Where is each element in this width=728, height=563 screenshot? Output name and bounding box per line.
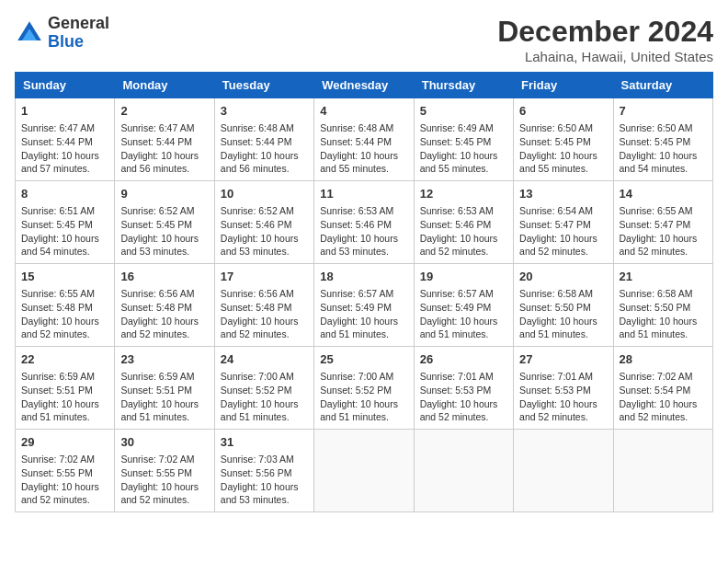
day-info: Sunrise: 6:50 AM Sunset: 5:45 PM Dayligh… xyxy=(620,121,707,176)
day-number: 3 xyxy=(221,103,308,120)
calendar-cell: 27Sunrise: 7:01 AM Sunset: 5:53 PM Dayli… xyxy=(514,347,613,430)
day-number: 11 xyxy=(320,186,407,202)
calendar-cell: 17Sunrise: 6:56 AM Sunset: 5:48 PM Dayli… xyxy=(214,264,313,347)
day-info: Sunrise: 6:56 AM Sunset: 5:48 PM Dayligh… xyxy=(120,287,208,341)
weekday-header: Friday xyxy=(514,73,613,98)
day-number: 1 xyxy=(21,103,108,120)
day-info: Sunrise: 6:58 AM Sunset: 5:50 PM Dayligh… xyxy=(519,287,607,341)
week-row: 1Sunrise: 6:47 AM Sunset: 5:44 PM Daylig… xyxy=(16,98,713,181)
calendar-cell: 23Sunrise: 6:59 AM Sunset: 5:51 PM Dayli… xyxy=(115,347,214,430)
day-info: Sunrise: 7:02 AM Sunset: 5:54 PM Dayligh… xyxy=(620,370,707,424)
day-info: Sunrise: 6:55 AM Sunset: 5:47 PM Dayligh… xyxy=(620,204,707,259)
day-number: 31 xyxy=(221,434,308,451)
day-number: 9 xyxy=(120,186,208,202)
day-info: Sunrise: 7:02 AM Sunset: 5:55 PM Dayligh… xyxy=(120,453,208,507)
day-number: 28 xyxy=(620,351,707,368)
calendar-cell: 2Sunrise: 6:47 AM Sunset: 5:44 PM Daylig… xyxy=(115,98,214,181)
day-info: Sunrise: 6:48 AM Sunset: 5:44 PM Dayligh… xyxy=(221,121,308,176)
calendar-cell: 9Sunrise: 6:52 AM Sunset: 5:45 PM Daylig… xyxy=(115,181,214,264)
day-info: Sunrise: 6:48 AM Sunset: 5:44 PM Dayligh… xyxy=(320,121,407,176)
day-info: Sunrise: 7:00 AM Sunset: 5:52 PM Dayligh… xyxy=(221,370,308,424)
calendar-cell: 14Sunrise: 6:55 AM Sunset: 5:47 PM Dayli… xyxy=(613,181,712,264)
day-number: 7 xyxy=(620,103,707,120)
day-info: Sunrise: 6:49 AM Sunset: 5:45 PM Dayligh… xyxy=(420,121,507,176)
calendar-header: SundayMondayTuesdayWednesdayThursdayFrid… xyxy=(16,73,713,98)
day-info: Sunrise: 6:57 AM Sunset: 5:49 PM Dayligh… xyxy=(420,287,507,341)
day-number: 6 xyxy=(519,103,607,120)
calendar-cell: 5Sunrise: 6:49 AM Sunset: 5:45 PM Daylig… xyxy=(414,98,513,181)
calendar-cell: 25Sunrise: 7:00 AM Sunset: 5:52 PM Dayli… xyxy=(314,347,414,430)
month-title: December 2024 xyxy=(497,15,713,49)
logo-icon xyxy=(15,18,44,48)
day-info: Sunrise: 6:52 AM Sunset: 5:45 PM Dayligh… xyxy=(120,204,208,259)
weekday-header: Thursday xyxy=(414,73,513,98)
day-number: 23 xyxy=(120,351,208,368)
calendar-cell: 26Sunrise: 7:01 AM Sunset: 5:53 PM Dayli… xyxy=(414,347,513,430)
calendar-cell: 13Sunrise: 6:54 AM Sunset: 5:47 PM Dayli… xyxy=(514,181,613,264)
location: Lahaina, Hawaii, United States xyxy=(497,49,713,64)
day-info: Sunrise: 6:59 AM Sunset: 5:51 PM Dayligh… xyxy=(120,370,208,424)
day-info: Sunrise: 7:02 AM Sunset: 5:55 PM Dayligh… xyxy=(21,453,108,507)
calendar-cell: 16Sunrise: 6:56 AM Sunset: 5:48 PM Dayli… xyxy=(115,264,214,347)
calendar-cell: 29Sunrise: 7:02 AM Sunset: 5:55 PM Dayli… xyxy=(16,430,115,512)
day-number: 2 xyxy=(120,103,208,120)
calendar-table: SundayMondayTuesdayWednesdayThursdayFrid… xyxy=(15,72,713,512)
calendar-cell: 19Sunrise: 6:57 AM Sunset: 5:49 PM Dayli… xyxy=(414,264,513,347)
weekday-header-row: SundayMondayTuesdayWednesdayThursdayFrid… xyxy=(16,73,713,98)
day-info: Sunrise: 7:01 AM Sunset: 5:53 PM Dayligh… xyxy=(519,370,607,424)
day-info: Sunrise: 7:01 AM Sunset: 5:53 PM Dayligh… xyxy=(420,370,507,424)
calendar-cell: 24Sunrise: 7:00 AM Sunset: 5:52 PM Dayli… xyxy=(214,347,313,430)
day-number: 15 xyxy=(21,269,108,285)
day-number: 16 xyxy=(120,269,208,285)
day-number: 21 xyxy=(620,269,707,285)
day-info: Sunrise: 7:03 AM Sunset: 5:56 PM Dayligh… xyxy=(221,453,308,507)
calendar-cell: 4Sunrise: 6:48 AM Sunset: 5:44 PM Daylig… xyxy=(314,98,414,181)
week-row: 29Sunrise: 7:02 AM Sunset: 5:55 PM Dayli… xyxy=(16,430,713,512)
logo: General Blue xyxy=(15,15,109,52)
day-number: 8 xyxy=(21,186,108,202)
day-number: 4 xyxy=(320,103,407,120)
weekday-header: Tuesday xyxy=(214,73,313,98)
day-info: Sunrise: 6:59 AM Sunset: 5:51 PM Dayligh… xyxy=(21,370,108,424)
calendar-cell: 15Sunrise: 6:55 AM Sunset: 5:48 PM Dayli… xyxy=(16,264,115,347)
calendar-cell: 18Sunrise: 6:57 AM Sunset: 5:49 PM Dayli… xyxy=(314,264,414,347)
day-number: 18 xyxy=(320,269,407,285)
day-number: 27 xyxy=(519,351,607,368)
logo-text: General Blue xyxy=(48,15,109,52)
day-number: 30 xyxy=(120,434,208,451)
day-info: Sunrise: 6:56 AM Sunset: 5:48 PM Dayligh… xyxy=(221,287,308,341)
day-number: 13 xyxy=(519,186,607,202)
weekday-header: Monday xyxy=(115,73,214,98)
calendar-cell: 8Sunrise: 6:51 AM Sunset: 5:45 PM Daylig… xyxy=(16,181,115,264)
weekday-header: Wednesday xyxy=(314,73,414,98)
day-info: Sunrise: 6:53 AM Sunset: 5:46 PM Dayligh… xyxy=(420,204,507,259)
page-header: General Blue December 2024 Lahaina, Hawa… xyxy=(15,15,713,64)
calendar-cell: 31Sunrise: 7:03 AM Sunset: 5:56 PM Dayli… xyxy=(214,430,313,512)
calendar-cell: 10Sunrise: 6:52 AM Sunset: 5:46 PM Dayli… xyxy=(214,181,313,264)
calendar-cell: 6Sunrise: 6:50 AM Sunset: 5:45 PM Daylig… xyxy=(514,98,613,181)
calendar-cell: 3Sunrise: 6:48 AM Sunset: 5:44 PM Daylig… xyxy=(214,98,313,181)
calendar-cell xyxy=(613,430,712,512)
calendar-cell: 12Sunrise: 6:53 AM Sunset: 5:46 PM Dayli… xyxy=(414,181,513,264)
day-number: 12 xyxy=(420,186,507,202)
day-info: Sunrise: 6:52 AM Sunset: 5:46 PM Dayligh… xyxy=(221,204,308,259)
calendar-cell xyxy=(314,430,414,512)
day-number: 20 xyxy=(519,269,607,285)
day-number: 14 xyxy=(620,186,707,202)
calendar-cell: 1Sunrise: 6:47 AM Sunset: 5:44 PM Daylig… xyxy=(16,98,115,181)
calendar-cell: 28Sunrise: 7:02 AM Sunset: 5:54 PM Dayli… xyxy=(613,347,712,430)
week-row: 8Sunrise: 6:51 AM Sunset: 5:45 PM Daylig… xyxy=(16,181,713,264)
calendar-cell: 7Sunrise: 6:50 AM Sunset: 5:45 PM Daylig… xyxy=(613,98,712,181)
day-info: Sunrise: 6:51 AM Sunset: 5:45 PM Dayligh… xyxy=(21,204,108,259)
day-number: 26 xyxy=(420,351,507,368)
weekday-header: Saturday xyxy=(613,73,712,98)
week-row: 22Sunrise: 6:59 AM Sunset: 5:51 PM Dayli… xyxy=(16,347,713,430)
calendar-cell: 21Sunrise: 6:58 AM Sunset: 5:50 PM Dayli… xyxy=(613,264,712,347)
title-block: December 2024 Lahaina, Hawaii, United St… xyxy=(497,15,713,64)
day-number: 17 xyxy=(221,269,308,285)
day-info: Sunrise: 6:58 AM Sunset: 5:50 PM Dayligh… xyxy=(620,287,707,341)
week-row: 15Sunrise: 6:55 AM Sunset: 5:48 PM Dayli… xyxy=(16,264,713,347)
day-number: 5 xyxy=(420,103,507,120)
day-info: Sunrise: 7:00 AM Sunset: 5:52 PM Dayligh… xyxy=(320,370,407,424)
day-info: Sunrise: 6:47 AM Sunset: 5:44 PM Dayligh… xyxy=(120,121,208,176)
